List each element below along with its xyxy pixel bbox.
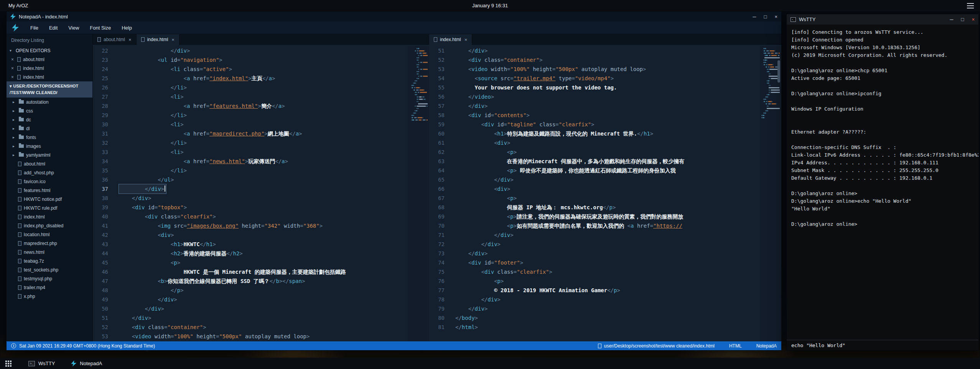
folder-item-fonts[interactable]: ▸fonts bbox=[7, 133, 92, 142]
code-line-69[interactable]: <p>請注意，我們的伺服器為確保玩家及遊玩時的質素，我們對的服務開放 bbox=[455, 212, 760, 221]
code-line-74[interactable]: <div id="footer"> bbox=[455, 258, 760, 267]
menu-font-size[interactable]: Font Size bbox=[90, 25, 111, 31]
wstty-titlebar[interactable]: >_ WsTTY ─ □ × bbox=[787, 14, 978, 25]
code-line-31[interactable]: <a href="mapredirect.php">網上地圖</a> bbox=[119, 129, 408, 138]
file-item-hkwtc-notice-pdf[interactable]: HKWTC notice.pdf bbox=[7, 195, 92, 204]
minimize-button[interactable]: ─ bbox=[950, 17, 953, 22]
file-item-features-html[interactable]: features.html bbox=[7, 186, 92, 195]
file-item-about-html[interactable]: about.html bbox=[7, 159, 92, 168]
menu-view[interactable]: View bbox=[68, 25, 79, 31]
file-item-add-vhost-php[interactable]: add_vhost.php bbox=[7, 168, 92, 177]
code-line-25[interactable]: <a href="index.html">主頁</a> bbox=[119, 74, 408, 83]
code-line-23[interactable]: <ul id="navigation"> bbox=[119, 55, 408, 65]
code-line-66[interactable]: <div> bbox=[455, 184, 760, 194]
open-editor-item[interactable]: ×about.html bbox=[7, 55, 92, 64]
file-item-hkwtc-rule-pdf[interactable]: HKWTC rule.pdf bbox=[7, 204, 92, 212]
code-line-27[interactable]: <li> bbox=[119, 92, 408, 101]
file-item-location-html[interactable]: location.html bbox=[7, 230, 92, 239]
code-line-61[interactable]: <div> bbox=[455, 138, 760, 147]
workspace-root-item[interactable]: ▾USER:/DESKTOP/SCREENSHOT /TEST/WWW CLEA… bbox=[7, 81, 92, 98]
code-editor-right[interactable]: 5152535455565758596061626364656667686970… bbox=[429, 45, 781, 341]
minimap[interactable] bbox=[760, 46, 781, 341]
file-item-teabag-7z[interactable]: teabag.7z bbox=[7, 256, 92, 265]
code-line-53[interactable]: <video width="100%" height="500px" autop… bbox=[455, 65, 760, 74]
code-line-48[interactable]: </p> bbox=[119, 286, 408, 295]
close-icon[interactable]: × bbox=[11, 57, 15, 62]
file-item-trailer-mp4[interactable]: trailer.mp4 bbox=[7, 283, 92, 292]
code-line-29[interactable]: </li> bbox=[119, 111, 408, 120]
code-line-53[interactable]: <video width="100%" height="500px" autop… bbox=[119, 332, 408, 341]
code-line-73[interactable]: </div> bbox=[455, 249, 760, 258]
tab-index-html[interactable]: index.html× bbox=[137, 34, 180, 45]
code-area[interactable]: </div> <div class="container"> <video wi… bbox=[449, 46, 760, 341]
status-file-path-item[interactable]: user/Desktop/screenshot/test/www cleaned… bbox=[598, 343, 715, 349]
code-line-35[interactable]: </li> bbox=[119, 166, 408, 175]
close-icon[interactable]: × bbox=[11, 66, 15, 71]
code-line-64[interactable]: <p> 即使你不是建築師，你也能透過紅石師或鐵路工程師的身份加入我 bbox=[455, 166, 760, 175]
code-line-24[interactable]: <li class="active"> bbox=[119, 65, 408, 74]
code-line-78[interactable]: </div> bbox=[455, 295, 760, 304]
maximize-button[interactable]: □ bbox=[764, 14, 767, 20]
code-line-80[interactable]: </body> bbox=[455, 313, 760, 323]
code-line-40[interactable]: <div class="clearfix"> bbox=[119, 212, 408, 221]
code-line-75[interactable]: <div class="clearfix"> bbox=[455, 267, 760, 276]
code-line-63[interactable]: 在香港的Minecraft 伺服器中，多為小遊戲和純生存的伺服器，較少擁有 bbox=[455, 157, 760, 166]
taskbar-item-wstty[interactable]: >_WsTTY bbox=[28, 361, 55, 366]
code-line-77[interactable]: © 2018 - 2019 HKWTC Animation Gamer</p> bbox=[455, 286, 760, 295]
minimap[interactable] bbox=[408, 46, 429, 341]
code-line-44[interactable]: <h2>香港的建築伺服器</h2> bbox=[119, 249, 408, 258]
status-language-mode[interactable]: HTML bbox=[729, 343, 742, 349]
close-icon[interactable]: × bbox=[128, 37, 132, 43]
code-line-71[interactable]: </div> bbox=[455, 230, 760, 240]
file-item-index-php-disabled[interactable]: index.php_disabled bbox=[7, 221, 92, 230]
code-line-54[interactable]: <source src="trailer.mp4" type="video/mp… bbox=[455, 74, 760, 83]
code-line-72[interactable]: </div> bbox=[455, 240, 760, 249]
tab-index-html[interactable]: index.html× bbox=[429, 34, 472, 45]
code-line-62[interactable]: <p> bbox=[455, 147, 760, 157]
vertical-scrollbar[interactable] bbox=[777, 60, 780, 83]
code-line-49[interactable]: </div> bbox=[119, 295, 408, 304]
close-icon[interactable]: × bbox=[464, 37, 468, 43]
code-line-33[interactable]: <li> bbox=[119, 147, 408, 157]
code-line-43[interactable]: <h1>HKWTC</h1> bbox=[119, 240, 408, 249]
code-line-46[interactable]: HKWTC 是一個 Minecraft 的建築伺服器，主要建築計劃包括鐵路 bbox=[119, 267, 408, 276]
open-editor-item[interactable]: ×index.html bbox=[7, 64, 92, 73]
code-line-32[interactable]: </li> bbox=[119, 138, 408, 147]
code-line-70[interactable]: <p>如有問題或需要申請白名單，歡迎加入我們的 <a href="https:/… bbox=[455, 221, 760, 230]
file-item-test-sockets-php[interactable]: test_sockets.php bbox=[7, 265, 92, 274]
folder-item-yamlyamlml[interactable]: ▸yamlyamlml bbox=[7, 151, 92, 159]
close-button[interactable]: × bbox=[972, 17, 975, 22]
tab-about-html[interactable]: about.html× bbox=[93, 34, 137, 45]
close-icon[interactable]: × bbox=[11, 74, 15, 80]
maximize-button[interactable]: □ bbox=[961, 17, 964, 22]
code-line-59[interactable]: <div id="tagline" class="clearfix"> bbox=[455, 120, 760, 129]
code-line-58[interactable]: <div id="contents"> bbox=[455, 111, 760, 120]
close-button[interactable]: × bbox=[774, 14, 777, 20]
folder-item-images[interactable]: ▸images bbox=[7, 142, 92, 151]
menu-edit[interactable]: Edit bbox=[49, 25, 58, 31]
code-line-79[interactable]: </div> bbox=[455, 304, 760, 313]
code-line-51[interactable]: </div> bbox=[455, 46, 760, 55]
code-line-45[interactable]: <p> bbox=[119, 258, 408, 267]
terminal-input[interactable]: echo "Hello World" bbox=[787, 340, 978, 350]
code-line-37[interactable]: </div> bbox=[119, 184, 166, 194]
code-line-51[interactable]: </div> bbox=[119, 313, 408, 323]
code-line-81[interactable]: </html> bbox=[455, 323, 760, 332]
code-line-42[interactable]: <div> bbox=[119, 230, 408, 240]
system-menu-icon[interactable] bbox=[967, 3, 974, 8]
code-line-76[interactable]: <p> bbox=[455, 276, 760, 286]
code-line-30[interactable]: <li> bbox=[119, 120, 408, 129]
code-line-52[interactable]: <div class="container"> bbox=[455, 55, 760, 65]
file-item-news-html[interactable]: news.html bbox=[7, 248, 92, 256]
code-line-56[interactable]: </video> bbox=[455, 92, 760, 101]
taskbar-item-notepada[interactable]: NotepadA bbox=[71, 361, 102, 367]
close-icon[interactable]: × bbox=[171, 37, 175, 43]
notepada-titlebar[interactable]: NotepadA - index.html ─ □ × bbox=[7, 12, 781, 22]
menu-file[interactable]: File bbox=[30, 25, 38, 31]
code-line-38[interactable]: </div> bbox=[119, 194, 408, 203]
open-editor-item[interactable]: ×index.html bbox=[7, 73, 92, 81]
folder-item-dl[interactable]: ▸dl bbox=[7, 124, 92, 133]
file-item-favicon-ico[interactable]: favicon.ico bbox=[7, 177, 92, 186]
code-line-67[interactable]: <p> bbox=[455, 194, 760, 203]
code-line-60[interactable]: <h1>特別為建築及鐵路而設，現代化的 Minecraft 世界.</h1> bbox=[455, 129, 760, 138]
